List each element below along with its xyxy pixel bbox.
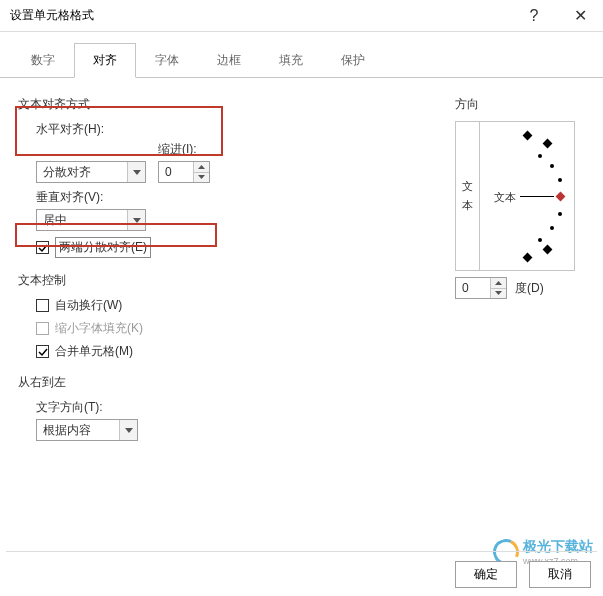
shrink-checkbox [36,322,49,335]
wrap-label: 自动换行(W) [55,297,122,314]
spin-down-icon[interactable] [491,289,506,299]
orient-vtext-2: 本 [462,198,473,213]
indent-label: 缩进(I): [158,141,210,158]
chevron-down-icon [119,420,137,440]
orient-line [520,196,554,197]
degree-spinner[interactable]: 0 [455,277,507,299]
merge-checkbox[interactable] [36,345,49,358]
spin-up-icon[interactable] [491,278,506,289]
help-button[interactable]: ? [511,0,557,32]
indent-spinner[interactable]: 0 [158,161,210,183]
orient-vtext-1: 文 [462,179,473,194]
section-text-control: 文本控制 [18,272,358,289]
section-rtl: 从右到左 [18,374,358,391]
section-alignment: 文本对齐方式 [18,96,358,113]
orientation-widget[interactable]: 文 本 文本 [455,121,575,271]
chevron-down-icon [127,162,145,182]
orient-htext: 文本 [494,190,516,205]
spin-up-icon[interactable] [194,162,209,173]
tab-fill[interactable]: 填充 [260,43,322,78]
tab-number[interactable]: 数字 [12,43,74,78]
text-dir-label: 文字方向(T): [36,399,358,416]
ok-button[interactable]: 确定 [455,561,517,588]
tab-alignment[interactable]: 对齐 [74,43,136,78]
justify-checkbox[interactable] [36,241,49,254]
v-align-select[interactable]: 居中 [36,209,146,231]
h-align-label: 水平对齐(H): [36,121,358,138]
tabs: 数字 对齐 字体 边框 填充 保护 [0,32,603,78]
wrap-checkbox[interactable] [36,299,49,312]
shrink-label: 缩小字体填充(K) [55,320,143,337]
justify-label: 两端分散对齐(E) [55,237,151,258]
degree-label: 度(D) [515,280,544,297]
tab-protect[interactable]: 保护 [322,43,384,78]
text-dir-select[interactable]: 根据内容 [36,419,138,441]
footer-separator [6,551,597,552]
h-align-select[interactable]: 分散对齐 [36,161,146,183]
window-title: 设置单元格格式 [0,7,511,24]
section-orientation: 方向 [455,96,585,113]
close-button[interactable]: ✕ [557,0,603,32]
v-align-label: 垂直对齐(V): [36,189,358,206]
merge-label: 合并单元格(M) [55,343,133,360]
orient-handle[interactable] [556,192,566,202]
tab-font[interactable]: 字体 [136,43,198,78]
spin-down-icon[interactable] [194,173,209,183]
cancel-button[interactable]: 取消 [529,561,591,588]
chevron-down-icon [127,210,145,230]
tab-border[interactable]: 边框 [198,43,260,78]
